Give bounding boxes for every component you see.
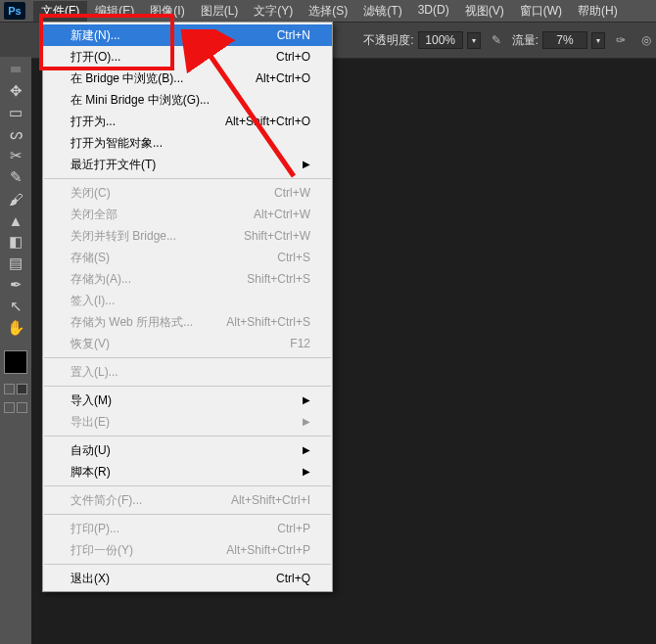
- menu-item-label: 在 Bridge 中浏览(B)...: [70, 70, 183, 86]
- menu-item: 关闭并转到 Bridge...Shift+Ctrl+W: [43, 225, 332, 247]
- menu-item-label: 打印一份(Y): [70, 542, 133, 558]
- menu-separator: [44, 514, 331, 515]
- menu-item: 恢复(V)F12: [43, 333, 332, 354]
- pen-tool[interactable]: ✒: [4, 274, 27, 296]
- menu-item[interactable]: 在 Mini Bridge 中浏览(G)...: [43, 89, 332, 111]
- menu-item[interactable]: 打开为智能对象...: [43, 132, 332, 154]
- menu-item-shortcut: Alt+Ctrl+W: [254, 207, 310, 222]
- opacity-value[interactable]: 100%: [418, 31, 463, 49]
- menu-5[interactable]: 选择(S): [301, 1, 355, 22]
- menu-item: 文件简介(F)...Alt+Shift+Ctrl+I: [43, 489, 332, 511]
- menu-item: 打印(P)...Ctrl+P: [43, 518, 332, 539]
- menu-item-label: 关闭全部: [70, 207, 117, 222]
- menu-6[interactable]: 滤镜(T): [355, 1, 409, 22]
- submenu-arrow-icon: ▶: [303, 392, 310, 408]
- menu-item[interactable]: 导入(M)▶: [43, 390, 332, 411]
- menu-1[interactable]: 编辑(E): [87, 1, 142, 22]
- menu-8[interactable]: 视图(V): [457, 1, 512, 22]
- stamp-tool[interactable]: ▲: [4, 209, 27, 231]
- menu-item-label: 文件简介(F)...: [70, 492, 142, 508]
- opacity-label: 不透明度:: [363, 32, 413, 49]
- menu-item-shortcut: Alt+Shift+Ctrl+S: [226, 314, 310, 330]
- menu-item-label: 关闭(C): [70, 185, 111, 201]
- menu-item: 关闭(C)Ctrl+W: [43, 182, 332, 204]
- gradient-tool[interactable]: ▤: [4, 253, 27, 274]
- menu-item-label: 导入(M): [70, 392, 112, 408]
- submenu-arrow-icon: ▶: [303, 414, 310, 430]
- menu-item: 存储为 Web 所用格式...Alt+Shift+Ctrl+S: [43, 311, 332, 333]
- menu-item-label: 脚本(R): [70, 464, 111, 480]
- menu-item[interactable]: 新建(N)...Ctrl+N: [43, 24, 332, 46]
- path-select-tool[interactable]: ↖: [4, 296, 27, 317]
- flow-dropdown-icon[interactable]: ▾: [591, 32, 605, 49]
- menu-4[interactable]: 文字(Y): [246, 1, 301, 22]
- menu-item-shortcut: Shift+Ctrl+S: [247, 271, 310, 287]
- menu-item[interactable]: 自动(U)▶: [43, 439, 332, 461]
- menu-item-shortcut: Ctrl+W: [274, 185, 310, 201]
- menu-item-label: 打开为智能对象...: [70, 135, 163, 151]
- menu-item[interactable]: 最近打开文件(T)▶: [43, 154, 332, 175]
- menu-item-label: 存储(S): [70, 250, 110, 265]
- menu-item-label: 自动(U): [70, 442, 111, 458]
- panel-grip-icon[interactable]: [11, 67, 21, 72]
- menu-item-label: 最近打开文件(T): [70, 157, 156, 172]
- flow-field[interactable]: 流量: 7% ▾: [512, 31, 605, 49]
- eyedropper-tool[interactable]: ✎: [4, 166, 27, 188]
- crop-tool[interactable]: ✂: [4, 145, 27, 166]
- menu-item-label: 关闭并转到 Bridge...: [70, 228, 176, 244]
- menu-item-shortcut: Ctrl+S: [277, 250, 310, 265]
- menu-item[interactable]: 打开为...Alt+Shift+Ctrl+O: [43, 111, 332, 132]
- mask-mode-toggle[interactable]: [4, 384, 27, 394]
- menu-item-label: 导出(E): [70, 414, 110, 430]
- menu-2[interactable]: 图像(I): [142, 1, 192, 22]
- hand-tool[interactable]: ✋: [4, 317, 27, 339]
- airbrush-icon[interactable]: ✎: [487, 30, 506, 50]
- menu-item: 关闭全部Alt+Ctrl+W: [43, 204, 332, 225]
- menu-item-shortcut: Alt+Shift+Ctrl+P: [226, 542, 310, 558]
- brush-tool[interactable]: 🖌: [4, 188, 27, 209]
- menu-item-shortcut: Alt+Shift+Ctrl+O: [225, 114, 310, 129]
- menu-item-label: 恢复(V): [70, 336, 110, 351]
- menu-item-label: 在 Mini Bridge 中浏览(G)...: [70, 92, 210, 108]
- screen-mode-toggle[interactable]: [4, 402, 27, 413]
- menu-item: 导出(E)▶: [43, 411, 332, 433]
- menu-item: 置入(L)...: [43, 361, 332, 383]
- tablet-pressure-icon[interactable]: ✑: [611, 30, 631, 50]
- menu-item-label: 新建(N)...: [70, 27, 120, 43]
- menu-0[interactable]: 文件(F): [33, 1, 87, 22]
- submenu-arrow-icon: ▶: [303, 157, 310, 172]
- menu-item: 签入(I)...: [43, 290, 332, 311]
- menu-10[interactable]: 帮助(H): [570, 1, 626, 22]
- tool-panel: ✥▭ᔕ✂✎🖌▲◧▤✒↖✋: [0, 57, 31, 413]
- foreground-color-swatch[interactable]: [4, 350, 27, 374]
- flow-value[interactable]: 7%: [542, 31, 587, 49]
- opacity-field[interactable]: 不透明度: 100% ▾: [363, 31, 480, 49]
- move-tool[interactable]: ✥: [4, 80, 27, 102]
- menu-item[interactable]: 打开(O)...Ctrl+O: [43, 46, 332, 68]
- menu-item[interactable]: 脚本(R)▶: [43, 461, 332, 483]
- tablet-opacity-icon[interactable]: ◎: [636, 30, 656, 50]
- ps-logo: Ps: [4, 2, 25, 20]
- menu-9[interactable]: 窗口(W): [512, 1, 570, 22]
- submenu-arrow-icon: ▶: [303, 464, 310, 480]
- menu-item[interactable]: 在 Bridge 中浏览(B)...Alt+Ctrl+O: [43, 68, 332, 89]
- marquee-tool[interactable]: ▭: [4, 102, 27, 123]
- menu-item: 存储(S)Ctrl+S: [43, 247, 332, 268]
- menu-item-shortcut: Shift+Ctrl+W: [244, 228, 310, 244]
- menu-item-label: 打印(P)...: [70, 521, 119, 536]
- menu-7[interactable]: 3D(D): [410, 1, 457, 22]
- lasso-tool[interactable]: ᔕ: [4, 123, 27, 145]
- menu-item: 存储为(A)...Shift+Ctrl+S: [43, 268, 332, 290]
- menu-separator: [44, 485, 331, 486]
- menu-separator: [44, 357, 331, 358]
- menu-3[interactable]: 图层(L): [193, 1, 247, 22]
- opacity-dropdown-icon[interactable]: ▾: [467, 32, 481, 49]
- submenu-arrow-icon: ▶: [303, 442, 310, 458]
- eraser-tool[interactable]: ◧: [4, 231, 27, 253]
- menu-item-label: 签入(I)...: [70, 293, 115, 308]
- menu-item-shortcut: Alt+Shift+Ctrl+I: [231, 492, 310, 508]
- menu-item[interactable]: 退出(X)Ctrl+Q: [43, 568, 332, 589]
- menu-item: 打印一份(Y)Alt+Shift+Ctrl+P: [43, 539, 332, 561]
- menu-item-label: 存储为 Web 所用格式...: [70, 314, 193, 330]
- menu-separator: [44, 386, 331, 387]
